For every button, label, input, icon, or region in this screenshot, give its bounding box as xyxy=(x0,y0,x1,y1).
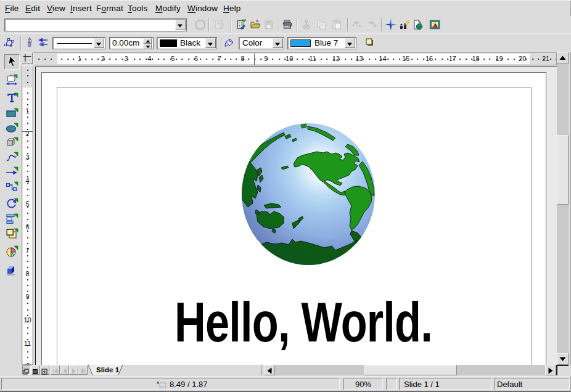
svg-text:Slide 1: Slide 1 xyxy=(96,366,120,374)
